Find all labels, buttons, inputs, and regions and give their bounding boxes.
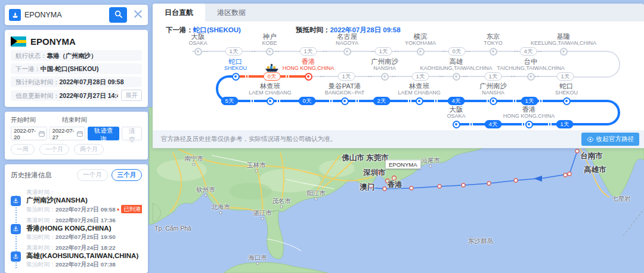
map-city-label: 深圳市 bbox=[363, 168, 386, 178]
route-port-node bbox=[381, 73, 389, 81]
transit-days-pill: 1天 bbox=[338, 72, 355, 81]
map-city-dot bbox=[205, 194, 208, 197]
transit-days-pill: 1天 bbox=[557, 72, 574, 81]
transit-days-pill: 2天 bbox=[373, 97, 391, 105]
arrived-dot: ● bbox=[117, 207, 120, 212]
map-city-label: Tp. Cẩm Phả bbox=[154, 225, 191, 232]
route-port-node bbox=[563, 97, 571, 105]
route-port-node bbox=[266, 48, 274, 56]
transit-days-pill: 1天 bbox=[556, 120, 574, 128]
map-city-dot bbox=[280, 205, 283, 208]
vessel-map-label: EPONYMA bbox=[385, 160, 421, 169]
route-curve-right-blue bbox=[570, 100, 620, 125]
route-port: 蛇口SHEKOU bbox=[519, 82, 614, 96]
bahamas-flag-icon bbox=[11, 36, 26, 47]
route-port-node bbox=[490, 97, 497, 105]
port-name: 高雄(KAOHSIUNG,TAIWAN,CHINA) bbox=[26, 251, 142, 260]
map-city-label: 高雄市 bbox=[584, 165, 606, 175]
arrived-badge: 已到港 bbox=[121, 205, 142, 213]
eye-icon bbox=[587, 137, 594, 142]
filter-three-months-button[interactable]: 三个月 bbox=[112, 169, 143, 181]
transit-days-pill: 1天 bbox=[225, 47, 243, 56]
depart-time: 离港时间：2022年07月26日 17:36 bbox=[26, 216, 142, 224]
map-city-label: 台南市 bbox=[580, 151, 603, 161]
map-city-label: 东沙群岛 bbox=[468, 237, 493, 246]
route-port-node bbox=[416, 97, 423, 105]
transit-days-pill: 4天 bbox=[520, 47, 537, 56]
panel-tabbar: 日台直航 港区数据 bbox=[153, 4, 644, 22]
route-port-node bbox=[341, 97, 349, 105]
map-city-dot bbox=[315, 198, 318, 201]
berth-time: 靠泊时间：2022年07月27日 09:58●已到港 bbox=[26, 205, 142, 213]
map-city-label: 北海市 bbox=[211, 203, 230, 211]
map-city-label: 香港 bbox=[388, 180, 402, 190]
quick-two-months-button[interactable]: 两个月 bbox=[74, 144, 104, 155]
map-city-dot bbox=[261, 217, 264, 220]
route-port-node bbox=[194, 48, 202, 56]
close-button[interactable] bbox=[131, 8, 145, 22]
port-call-timeline: 离港时间：⚓广州南沙(NANSHA)靠泊时间：2022年07月27日 09:58… bbox=[11, 188, 142, 268]
expand-button[interactable]: 展开 bbox=[121, 90, 142, 101]
quick-one-month-button[interactable]: 一个月 bbox=[39, 144, 69, 155]
clear-button[interactable]: 清空 bbox=[122, 127, 142, 140]
route-port: 基隆KEELUNG,TAIWAN,CHINA bbox=[516, 33, 611, 47]
transit-days-pill: 0天 bbox=[299, 97, 316, 105]
vessel-logo-icon bbox=[9, 9, 21, 21]
track-range-card: 开始时间 结束时间 2022-07-20 2022-07-27 轨迹查询 清空 … bbox=[5, 112, 148, 159]
route-diagram: 大阪OSAKA神户KOBE名古屋NAGOYA横滨YOKOHAMA东京TOKYO基… bbox=[153, 38, 644, 130]
map-city-dot bbox=[219, 211, 222, 214]
sidebar: EPONYMA 航行状态：靠港（广州南沙） 下一港：中国-蛇口(SHEKOU) … bbox=[5, 5, 148, 273]
transit-days-pill: 5天 bbox=[221, 97, 239, 105]
search-button[interactable] bbox=[109, 7, 127, 23]
map-city-dot bbox=[193, 163, 196, 166]
vessel-updated-row: 信息更新时间：2022年07月27日 14:40 bbox=[11, 90, 118, 101]
anchor-icon: ⚓ bbox=[11, 251, 21, 262]
search-icon bbox=[114, 10, 123, 20]
tab-port-area-data[interactable]: 港区数据 bbox=[205, 4, 258, 22]
anchor-icon: ⚓ bbox=[11, 224, 21, 234]
history-card: 历史挂港信息 一个月 三个月 离港时间：⚓广州南沙(NANSHA)靠泊时间：20… bbox=[5, 164, 148, 273]
route-panel: 日台直航 港区数据 下一港： 蛇口(SHEKOU) 预抵时间： 2022年07月… bbox=[153, 4, 644, 148]
start-date-input[interactable]: 2022-07-20 bbox=[11, 127, 47, 140]
panel-footer: 官方路径及历史挂靠仅供参考，实际情况请与船公司确认为准。 收起官方路径 bbox=[153, 130, 644, 148]
filter-one-month-button[interactable]: 一个月 bbox=[77, 169, 108, 181]
port-name: 香港(HONG KONG,CHINA) bbox=[26, 224, 142, 233]
route-port-node bbox=[453, 73, 460, 81]
history-title: 历史挂港信息 bbox=[11, 171, 73, 180]
route-port-node bbox=[490, 48, 497, 56]
port-call-item[interactable]: 离港时间：2022年07月26日 17:36⚓香港(HONG KONG,CHIN… bbox=[11, 216, 142, 241]
ship-position-icon bbox=[264, 63, 280, 75]
end-date-input[interactable]: 2022-07-27 bbox=[49, 127, 86, 140]
vessel-status-row: 航行状态：靠港（广州南沙） bbox=[11, 50, 142, 61]
port-call-item[interactable]: 离港时间：⚓广州南沙(NANSHA)靠泊时间：2022年07月27日 09:58… bbox=[11, 188, 142, 213]
map-city-label: 玉林市 bbox=[247, 161, 266, 170]
map-city-label: 七星岩 bbox=[612, 195, 631, 203]
vessel-name: EPONYMA bbox=[30, 36, 76, 47]
vessel-eta-row: 预计到达时间：2022年07月28日 09:58 bbox=[11, 76, 142, 87]
map-city-dot bbox=[255, 170, 258, 173]
route-port-node bbox=[453, 121, 460, 128]
land-hainan bbox=[224, 262, 328, 273]
land-leizhou bbox=[264, 210, 283, 259]
vessel-info-card: EPONYMA 航行状态：靠港（广州南沙） 下一港：中国-蛇口(SHEKOU) … bbox=[5, 30, 148, 107]
map-city-dot bbox=[429, 165, 432, 168]
port-call-item[interactable]: 离港时间：2022年07月24日 18:22⚓高雄(KAOHSIUNG,TAIW… bbox=[11, 244, 142, 268]
map-city-label: 钦州市 bbox=[196, 186, 215, 194]
tab-japan-taiwan-direct[interactable]: 日台直航 bbox=[153, 4, 205, 22]
search-card bbox=[5, 5, 148, 25]
route-port-node bbox=[560, 48, 568, 56]
search-input[interactable] bbox=[24, 11, 106, 19]
transit-days-pill: 1天 bbox=[412, 72, 429, 81]
transit-days-pill: 4天 bbox=[485, 120, 502, 128]
port-name: 广州南沙(NANSHA) bbox=[26, 196, 142, 205]
quick-one-week-button[interactable]: 一周 bbox=[11, 144, 35, 155]
transit-days-pill: 1天 bbox=[375, 47, 392, 56]
app-window: 南宁市玉林市钦州市北海市茂名市阳江市湛江市海口市佛山市东莞市深圳市澳门香港汕尾市… bbox=[0, 0, 644, 273]
track-query-button[interactable]: 轨迹查询 bbox=[88, 127, 119, 140]
depart-time: 离港时间：2022年07月24日 18:22 bbox=[26, 244, 142, 251]
map-city-label: 澳门 bbox=[360, 182, 375, 192]
map-city-label: 茂名市 bbox=[272, 197, 291, 205]
collapse-official-route-button[interactable]: 收起官方路径 bbox=[581, 133, 639, 146]
transit-days-pill: 1天 bbox=[485, 72, 502, 81]
calendar-icon bbox=[39, 131, 45, 137]
